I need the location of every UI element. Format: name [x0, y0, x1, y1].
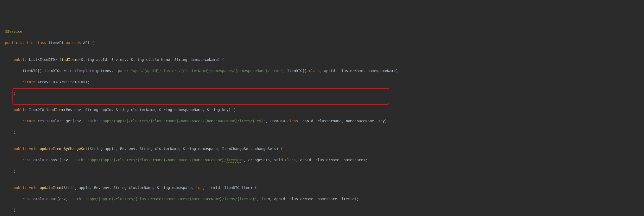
close-brace: }: [5, 129, 644, 135]
method-loadItem: public ItemDTO loadItem(Env env, String …: [5, 107, 644, 112]
method-findItems: public List<ItemDTO> findItems(String ap…: [5, 57, 644, 62]
code-line: return Arrays.asList(itemDTOs);: [5, 79, 644, 85]
method-updateItemsByChangeSet: public void updateItemsByChangeSet(Strin…: [5, 146, 644, 151]
code-editor[interactable]: @Service public static class ItemAPI ext…: [5, 23, 644, 216]
close-brace: }: [5, 168, 644, 174]
method-updateItem: public void updateItem(String appId, Env…: [5, 185, 644, 191]
code-line: return restTemplate.get(env, path: "apps…: [5, 118, 644, 124]
code-line: restTemplate.post(env, path: "apps/{appI…: [5, 157, 644, 163]
annotation-line: @Service: [5, 29, 644, 34]
close-brace: }: [5, 90, 644, 96]
code-line: restTemplate.put(env, path: "apps/{appId…: [5, 196, 644, 202]
code-line: ItemDTO[] itemDTOs = restTemplate.get(en…: [5, 68, 644, 73]
class-decl-line: public static class ItemAPI extends API …: [5, 40, 644, 45]
close-brace: }: [5, 207, 644, 213]
